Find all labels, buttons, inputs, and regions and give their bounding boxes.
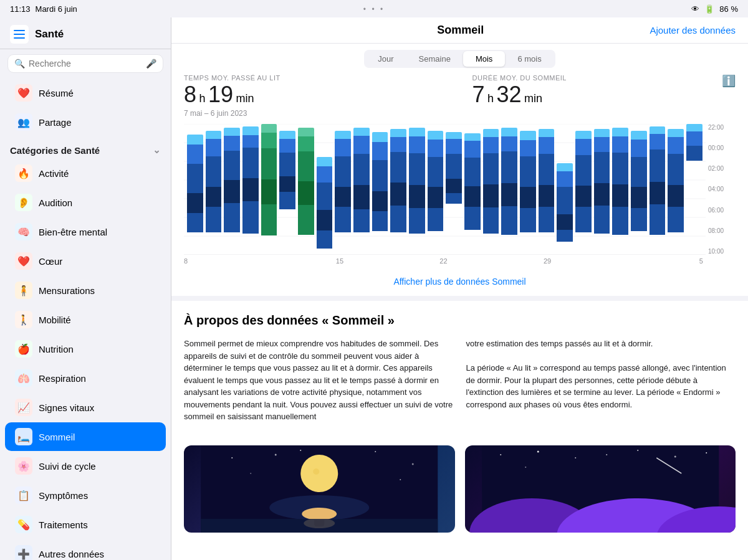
chart-icon: 📈 [15, 399, 32, 416]
svg-point-28 [500, 454, 501, 455]
x-label-15: 15 [288, 257, 392, 265]
tab-semaine[interactable]: Semaine [406, 51, 463, 67]
page-title: Sommeil [271, 24, 650, 37]
svg-point-17 [250, 473, 251, 474]
sidebar-item-label: Respiration [39, 373, 86, 384]
sidebar-item-label: Bien-être mental [39, 227, 107, 237]
sidebar-item-partage[interactable]: 👥 Partage [5, 108, 166, 136]
sleep-bars [184, 124, 706, 255]
svg-point-21 [313, 468, 319, 475]
heart-icon: ❤️ [15, 84, 32, 102]
about-section: À propos des données « Sommeil » Sommeil… [171, 296, 748, 435]
image-card-moon[interactable] [184, 445, 455, 533]
microphone-icon[interactable]: 🎤 [146, 59, 156, 69]
svg-point-18 [300, 450, 301, 451]
y-label-3: 04:00 [708, 186, 733, 192]
svg-rect-26 [201, 519, 438, 533]
svg-point-13 [275, 453, 277, 455]
sidebar-item-label: Mobilité [39, 315, 71, 325]
about-text-2: votre estimation des temps passés au lit… [466, 338, 736, 411]
svg-point-16 [412, 463, 414, 465]
stat-lit-munit: min [236, 92, 254, 105]
status-left: 11:13 Mardi 6 juin [10, 4, 77, 14]
sidebar-item-label: Partage [39, 117, 72, 128]
svg-rect-2 [14, 37, 25, 39]
tab-mois[interactable]: Mois [463, 51, 505, 67]
chart-container: 22:00 00:00 02:00 04:00 06:00 08:00 10:0… [184, 124, 736, 267]
stat-block-sommeil: DURÉE MOY. DU SOMMEIL 7 h 32 min ℹ️ [472, 74, 736, 118]
stat-sommeil-munit: min [524, 92, 542, 105]
tab-jour[interactable]: Jour [365, 51, 406, 67]
ear-icon: 👂 [15, 194, 32, 211]
app-container: Santé 🔍 🎤 ❤️ Résumé 👥 Partage Catégories… [0, 17, 748, 560]
main-header: Sommeil Ajouter des données [171, 17, 748, 44]
categories-list: 🔥 Activité 👂 Audition 🧠 Bien-être mental… [0, 158, 171, 560]
sidebar-item-symptomes[interactable]: 📋 Symptômes [5, 481, 166, 510]
about-col-1: Sommeil permet de mieux comprendre vos h… [184, 338, 454, 423]
bed-icon: 🛏️ [15, 428, 32, 445]
clipboard-icon: 📋 [15, 486, 32, 504]
show-more-link[interactable]: Afficher plus de données Sommeil [171, 267, 748, 296]
tab-group: Jour Semaine Mois 6 mois [364, 50, 555, 68]
svg-point-35 [606, 454, 607, 455]
svg-point-31 [637, 450, 638, 451]
sidebar-item-audition[interactable]: 👂 Audition [5, 188, 166, 217]
sidebar-item-label: Signes vitaux [39, 402, 94, 413]
tab-6mois[interactable]: 6 mois [505, 51, 554, 67]
status-date: Mardi 6 juin [36, 4, 77, 14]
y-label-2: 02:00 [708, 165, 733, 172]
stat-sommeil-hunit: h [487, 92, 494, 105]
heart-red-icon: ❤️ [15, 252, 32, 270]
eye-icon: 👁 [691, 4, 699, 14]
sidebar-item-resume[interactable]: ❤️ Résumé [5, 78, 166, 107]
y-label-1: 00:00 [708, 145, 733, 151]
stat-lit-hunit: h [199, 92, 205, 105]
sidebar-item-traitements[interactable]: 💊 Traitements [5, 510, 166, 539]
sidebar-item-bienetre[interactable]: 🧠 Bien-être mental [5, 217, 166, 246]
sidebar-item-sommeil[interactable]: 🛏️ Sommeil [5, 422, 166, 451]
y-label-6: 10:00 [708, 248, 733, 255]
svg-point-12 [231, 457, 233, 458]
y-label-5: 08:00 [708, 227, 733, 234]
sidebar-item-suivi[interactable]: 🌸 Suivi de cycle [5, 452, 166, 480]
battery-level: 86 % [719, 4, 738, 14]
sidebar-item-mobilite[interactable]: 🚶 Mobilité [5, 305, 166, 334]
stat-lit-label: TEMPS MOY. PASSÉ AU LIT [184, 74, 448, 82]
image-card-stars[interactable] [465, 445, 736, 533]
about-title: À propos des données « Sommeil » [184, 313, 736, 328]
cycle-icon: 🌸 [15, 457, 32, 475]
status-dots: • • • [363, 5, 385, 14]
sidebar-item-activite[interactable]: 🔥 Activité [5, 159, 166, 187]
sidebar-item-label: Cœur [39, 256, 62, 267]
add-data-button[interactable]: Ajouter des données [650, 25, 736, 36]
sidebar-item-label: Nutrition [39, 344, 74, 354]
sidebar-item-signes[interactable]: 📈 Signes vitaux [5, 393, 166, 422]
search-input[interactable] [29, 59, 142, 69]
search-box[interactable]: 🔍 🎤 [7, 54, 163, 73]
svg-point-15 [375, 451, 376, 452]
top-nav: ❤️ Résumé 👥 Partage [0, 78, 171, 137]
svg-point-29 [537, 450, 539, 452]
sidebar-item-nutrition[interactable]: 🍎 Nutrition [5, 335, 166, 363]
y-axis-labels: 22:00 00:00 02:00 04:00 06:00 08:00 10:0… [706, 124, 736, 255]
battery-icon: 🔋 [704, 4, 714, 14]
x-label-29: 29 [496, 257, 600, 265]
sidebar-item-respiration[interactable]: 🫁 Respiration [5, 364, 166, 392]
walk-icon: 🚶 [15, 311, 32, 328]
chevron-down-icon[interactable]: ⌄ [153, 145, 161, 156]
categories-section-header: Catégories de Santé ⌄ [0, 137, 171, 158]
info-button[interactable]: ℹ️ [722, 74, 736, 88]
sidebar-item-label: Suivi de cycle [39, 461, 96, 472]
show-more-label: Afficher plus de données Sommeil [393, 277, 525, 287]
sidebar-item-mensurations[interactable]: 🧍 Mensurations [5, 276, 166, 305]
image-cards [171, 435, 748, 543]
sidebar-item-coeur[interactable]: ❤️ Cœur [5, 247, 166, 275]
sidebar-item-label: Symptômes [39, 490, 88, 501]
search-icon: 🔍 [14, 59, 25, 69]
x-label-8: 8 [184, 257, 288, 265]
sidebar-item-autres[interactable]: ➕ Autres données [5, 539, 166, 560]
categories-title: Catégories de Santé [10, 145, 100, 156]
svg-point-32 [674, 455, 676, 457]
sidebar-item-label: Activité [39, 168, 69, 179]
sidebar-toggle-icon[interactable] [10, 25, 29, 44]
